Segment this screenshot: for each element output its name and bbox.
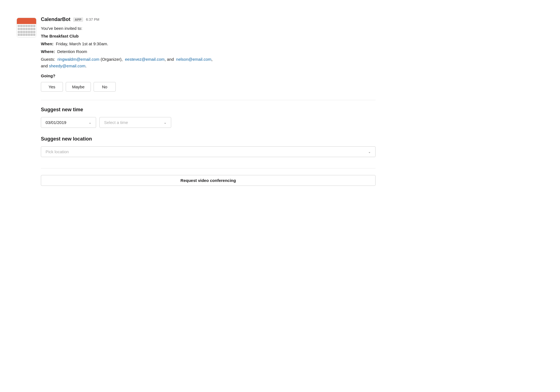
time-placeholder: Select a time bbox=[104, 120, 128, 125]
guest-email-4[interactable]: sheedy@email.com bbox=[49, 63, 85, 68]
bot-avatar bbox=[17, 18, 36, 38]
calendar-icon-body bbox=[17, 24, 36, 37]
app-badge: APP bbox=[73, 17, 83, 22]
message-container: CalendarBot APP 6:37 PM You've been invi… bbox=[17, 11, 376, 186]
where-label: Where: bbox=[41, 49, 55, 54]
maybe-button[interactable]: Maybe bbox=[66, 82, 91, 92]
event-when: When: Friday, March 1st at 9:30am. bbox=[41, 41, 376, 47]
date-value: 03/01/2019 bbox=[46, 120, 66, 125]
message-timestamp: 6:37 PM bbox=[86, 17, 99, 22]
bot-name: CalendarBot bbox=[41, 17, 70, 22]
yes-button[interactable]: Yes bbox=[41, 82, 63, 92]
time-chevron-icon: ⌄ bbox=[164, 121, 167, 125]
when-value: Friday, March 1st at 9:30am. bbox=[56, 41, 108, 46]
divider-1 bbox=[41, 100, 376, 100]
guests-line: Guests: ringwaldm@email.com (Organizer),… bbox=[41, 56, 376, 69]
guests-label: Guests: bbox=[41, 57, 55, 62]
no-button[interactable]: No bbox=[94, 82, 116, 92]
invited-text: You've been invited to: bbox=[41, 25, 376, 32]
where-value: Detention Room bbox=[57, 49, 87, 54]
message-content: CalendarBot APP 6:37 PM You've been invi… bbox=[41, 17, 376, 186]
guest-email-3[interactable]: nelson@email.com bbox=[176, 57, 212, 62]
suggest-location-section: Suggest new location Pick location ⌄ bbox=[41, 136, 376, 165]
event-where: Where: Detention Room bbox=[41, 48, 376, 55]
date-picker[interactable]: 03/01/2019 ⌄ bbox=[41, 117, 96, 128]
rsvp-buttons: Yes Maybe No bbox=[41, 82, 376, 92]
time-picker[interactable]: Select a time ⌄ bbox=[99, 117, 171, 128]
calendar-icon-header bbox=[17, 18, 36, 24]
time-row: 03/01/2019 ⌄ Select a time ⌄ bbox=[41, 117, 376, 128]
suggest-time-section: Suggest new time 03/01/2019 ⌄ Select a t… bbox=[41, 107, 376, 136]
location-picker[interactable]: Pick location ⌄ bbox=[41, 146, 376, 157]
suggest-location-title: Suggest new location bbox=[41, 136, 376, 142]
video-conference-button[interactable]: Request video conferencing bbox=[41, 175, 376, 186]
date-chevron-icon: ⌄ bbox=[89, 121, 91, 125]
location-chevron-icon: ⌄ bbox=[368, 150, 371, 154]
guest-email-1[interactable]: ringwaldm@email.com bbox=[57, 57, 99, 62]
when-label: When: bbox=[41, 41, 54, 46]
location-placeholder: Pick location bbox=[46, 149, 69, 154]
guest-email-2[interactable]: eestevez@email.com bbox=[125, 57, 165, 62]
event-title: The Breakfast Club bbox=[41, 33, 376, 39]
divider-2 bbox=[41, 168, 376, 168]
message-header: CalendarBot APP 6:37 PM bbox=[41, 17, 376, 22]
message-body: You've been invited to: The Breakfast Cl… bbox=[41, 25, 376, 79]
suggest-time-title: Suggest new time bbox=[41, 107, 376, 113]
going-label: Going? bbox=[41, 73, 376, 79]
